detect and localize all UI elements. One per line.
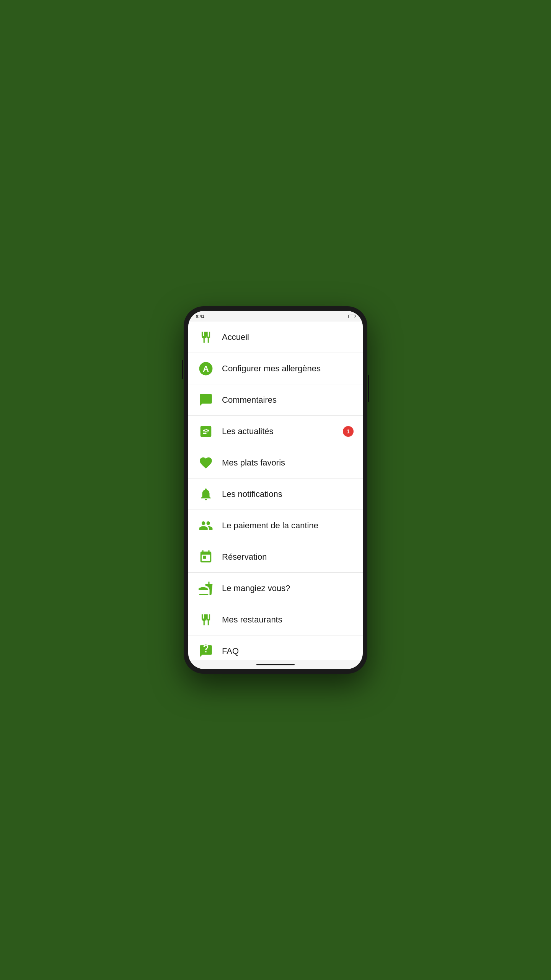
menu-label-mangiez: Le mangiez vous?	[222, 583, 354, 593]
menu-item-faq[interactable]: FAQ	[188, 635, 363, 660]
actualites-badge: 1	[343, 426, 354, 437]
menu-item-actualites[interactable]: Les actualités 1	[188, 416, 363, 447]
status-bar: 9:41	[188, 311, 363, 322]
svg-text:A: A	[203, 364, 209, 373]
calendar-icon	[197, 549, 214, 565]
menu-label-notifications: Les notifications	[222, 489, 354, 499]
menu-item-allergenes[interactable]: A Configurer mes allergènes	[188, 353, 363, 384]
payment-icon	[197, 517, 214, 534]
home-indicator	[188, 660, 363, 669]
menu-list: Accueil A Configurer mes allergènes	[188, 322, 363, 660]
news-icon	[197, 423, 214, 440]
heart-icon	[197, 454, 214, 471]
home-bar	[256, 664, 295, 665]
menu-label-actualites: Les actualités	[222, 426, 335, 436]
phone-screen: 9:41 Accueil A	[188, 311, 363, 669]
fork-icon	[197, 611, 214, 628]
menu-label-restaurants: Mes restaurants	[222, 615, 354, 625]
menu-label-accueil: Accueil	[222, 332, 354, 342]
battery-icon	[348, 315, 355, 318]
menu-item-reservation[interactable]: Réservation	[188, 541, 363, 573]
menu-item-restaurants[interactable]: Mes restaurants	[188, 604, 363, 635]
menu-label-allergenes: Configurer mes allergènes	[222, 364, 354, 374]
status-icons	[348, 315, 355, 318]
phone-frame: 9:41 Accueil A	[184, 306, 367, 674]
bell-icon	[197, 486, 214, 503]
menu-label-commentaires: Commentaires	[222, 395, 354, 405]
faq-icon	[197, 643, 214, 660]
status-time: 9:41	[196, 314, 204, 318]
menu-item-accueil[interactable]: Accueil	[188, 322, 363, 353]
menu-label-faq: FAQ	[222, 646, 354, 656]
menu-label-paiement: Le paiement de la cantine	[222, 521, 354, 531]
allergen-icon: A	[197, 360, 214, 377]
menu-item-favoris[interactable]: Mes plats favoris	[188, 447, 363, 479]
menu-item-mangiez[interactable]: Le mangiez vous?	[188, 573, 363, 604]
menu-label-reservation: Réservation	[222, 552, 354, 562]
menu-item-paiement[interactable]: Le paiement de la cantine	[188, 510, 363, 541]
chef-icon	[197, 580, 214, 597]
menu-item-notifications[interactable]: Les notifications	[188, 479, 363, 510]
utensils-icon	[197, 329, 214, 346]
menu-item-commentaires[interactable]: Commentaires	[188, 384, 363, 416]
menu-label-favoris: Mes plats favoris	[222, 458, 354, 468]
chat-icon	[197, 392, 214, 408]
